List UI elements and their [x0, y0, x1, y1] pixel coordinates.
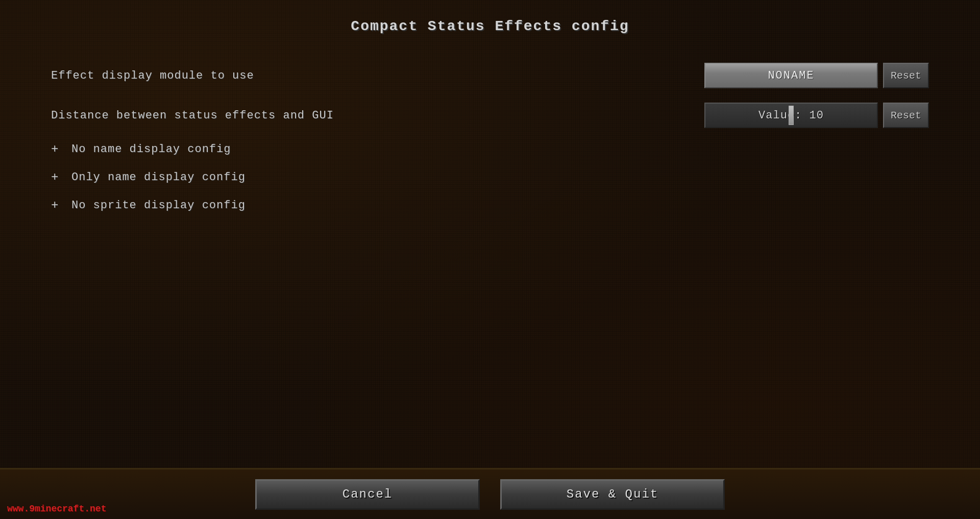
distance-label: Distance between status effects and GUI: [51, 109, 334, 122]
distance-controls: Value: 10 Reset: [704, 103, 929, 128]
expand-icon-2: +: [51, 199, 63, 212]
cancel-button[interactable]: Cancel: [255, 479, 480, 510]
expand-icon-1: +: [51, 170, 63, 184]
distance-slider[interactable]: Value: 10: [704, 103, 878, 128]
bottom-bar: Cancel Save & Quit: [0, 468, 980, 519]
no-sprite-display-section[interactable]: + No sprite display config: [51, 199, 929, 212]
no-sprite-display-label: No sprite display config: [71, 199, 246, 212]
watermark: www.9minecraft.net: [7, 504, 106, 514]
distance-reset[interactable]: Reset: [883, 103, 929, 128]
effect-display-reset[interactable]: Reset: [883, 63, 929, 88]
save-quit-button[interactable]: Save & Quit: [500, 479, 725, 510]
effect-display-controls: NONAME Reset: [704, 63, 929, 88]
effect-display-dropdown[interactable]: NONAME: [704, 63, 878, 88]
only-name-display-section[interactable]: + Only name display config: [51, 170, 929, 184]
no-name-display-section[interactable]: + No name display config: [51, 142, 929, 156]
config-area: Effect display module to use NONAME Rese…: [0, 53, 980, 223]
page-title: Compact Status Effects config: [0, 0, 980, 53]
effect-display-row: Effect display module to use NONAME Rese…: [51, 63, 929, 88]
distance-row: Distance between status effects and GUI …: [51, 103, 929, 128]
only-name-display-label: Only name display config: [71, 171, 246, 184]
expand-icon-0: +: [51, 142, 63, 156]
no-name-display-label: No name display config: [71, 143, 231, 156]
effect-display-label: Effect display module to use: [51, 69, 254, 82]
